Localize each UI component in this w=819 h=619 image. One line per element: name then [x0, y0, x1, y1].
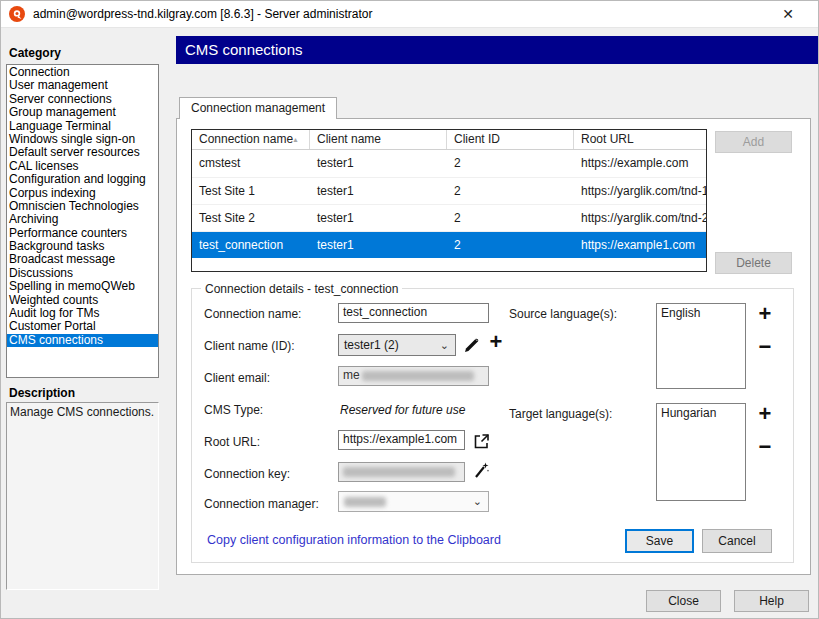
table-row-selected[interactable]: test_connection tester1 2 https://exampl…: [192, 231, 706, 258]
tab-connection-management[interactable]: Connection management: [179, 97, 337, 119]
redacted-manager-text: [344, 497, 386, 507]
memoq-logo-icon: [9, 6, 25, 22]
client-email-visible-text: me: [343, 368, 360, 382]
connection-name-label: Connection name:: [204, 307, 301, 321]
column-header-client-name[interactable]: Client name: [310, 130, 447, 149]
sidebar-item-group-management[interactable]: Group management: [7, 106, 158, 119]
sidebar-item-corpus-indexing[interactable]: Corpus indexing: [7, 187, 158, 200]
chevron-down-icon: ⌄: [473, 495, 488, 508]
sidebar-item-archiving[interactable]: Archiving: [7, 213, 158, 226]
sidebar-item-customer-portal[interactable]: Customer Portal: [7, 320, 158, 333]
copy-client-configuration-link[interactable]: Copy client configuration information to…: [207, 533, 501, 547]
source-languages-label: Source language(s):: [509, 307, 617, 321]
root-url-label: Root URL:: [204, 435, 260, 449]
client-name-selected-value: tester1 (2): [344, 338, 399, 352]
cell-root-url: https://example.com: [574, 150, 706, 177]
sidebar-item-discussions[interactable]: Discussions: [7, 267, 158, 280]
cell-connection-name: Test Site 1: [192, 178, 310, 204]
server-administrator-window: admin@wordpress-tnd.kilgray.com [8.6.3] …: [0, 0, 819, 619]
cms-type-value: Reserved for future use: [340, 403, 465, 417]
target-language-item[interactable]: Hungarian: [657, 404, 745, 422]
sort-ascending-icon: ▲: [292, 136, 299, 143]
client-email-label: Client email:: [204, 371, 270, 385]
pencil-icon: [463, 336, 481, 354]
help-button[interactable]: Help: [734, 590, 809, 612]
sidebar-item-cms-connections[interactable]: CMS connections: [7, 334, 158, 347]
sidebar-item-language-terminal[interactable]: Language Terminal: [7, 120, 158, 133]
window-title: admin@wordpress-tnd.kilgray.com [8.6.3] …: [33, 7, 372, 21]
cms-type-label: CMS Type:: [204, 403, 263, 417]
title-bar: admin@wordpress-tnd.kilgray.com [8.6.3] …: [1, 1, 819, 28]
chevron-down-icon: ⌄: [440, 339, 455, 352]
client-email-input: me: [338, 366, 489, 386]
remove-source-language-button minus-icon[interactable]: −: [754, 337, 776, 357]
sidebar-item-performance-counters[interactable]: Performance counters: [7, 227, 158, 240]
remove-target-language-button minus-icon[interactable]: −: [754, 437, 776, 457]
close-button[interactable]: Close: [646, 590, 721, 612]
client-name-label: Client name (ID):: [204, 339, 295, 353]
edit-client-button[interactable]: [462, 335, 482, 355]
connection-manager-select[interactable]: ⌄: [338, 491, 489, 512]
cell-root-url: https://yarglik.com/tnd-2: [574, 205, 706, 231]
description-heading: Description: [9, 386, 75, 400]
cell-client-id: 2: [447, 232, 574, 258]
external-link-icon: [473, 433, 490, 450]
connection-key-input: [338, 462, 465, 482]
delete-button[interactable]: Delete: [715, 252, 792, 274]
cell-client-name: tester1: [310, 150, 447, 177]
table-header-row: Connection name ▲ Client name Client ID …: [192, 130, 706, 150]
cell-client-name: tester1: [310, 232, 447, 258]
cell-client-id: 2: [447, 178, 574, 204]
sidebar-item-audit-log-for-tms[interactable]: Audit log for TMs: [7, 307, 158, 320]
window-close-button[interactable]: ✕: [774, 4, 802, 24]
sidebar-item-windows-single-sign-on[interactable]: Windows single sign-on: [7, 133, 158, 146]
column-header-client-id[interactable]: Client ID: [447, 130, 574, 149]
add-client-button plus-icon[interactable]: +: [485, 332, 507, 352]
cell-client-name: tester1: [310, 178, 447, 204]
connection-key-label: Connection key:: [204, 467, 290, 481]
table-row[interactable]: Test Site 1 tester1 2 https://yarglik.co…: [192, 177, 706, 204]
sidebar-item-spelling-in-memoqweb[interactable]: Spelling in memoQWeb: [7, 280, 158, 293]
cancel-button[interactable]: Cancel: [702, 529, 772, 553]
add-source-language-button plus-icon[interactable]: +: [754, 304, 776, 324]
add-target-language-button plus-icon[interactable]: +: [754, 404, 776, 424]
sidebar-item-background-tasks[interactable]: Background tasks: [7, 240, 158, 253]
sidebar-item-configuration-and-logging[interactable]: Configuration and logging: [7, 173, 158, 186]
cell-root-url: https://yarglik.com/tnd-1: [574, 178, 706, 204]
sidebar-item-default-server-resources[interactable]: Default server resources: [7, 146, 158, 159]
client-name-select[interactable]: tester1 (2) ⌄: [338, 334, 456, 356]
target-languages-list: Hungarian: [656, 403, 746, 501]
save-button[interactable]: Save: [625, 529, 694, 553]
sidebar-item-broadcast-message[interactable]: Broadcast message: [7, 253, 158, 266]
category-heading: Category: [9, 46, 61, 60]
redacted-email-text: [362, 371, 474, 381]
column-header-connection-name[interactable]: Connection name ▲: [192, 130, 310, 149]
sidebar-item-cal-licenses[interactable]: CAL licenses: [7, 160, 158, 173]
generate-key-button[interactable]: [471, 460, 491, 480]
sidebar-item-omniscien-technologies[interactable]: Omniscien Technologies: [7, 200, 158, 213]
sidebar-item-user-management[interactable]: User management: [7, 79, 158, 92]
cell-connection-name: Test Site 2: [192, 205, 310, 231]
page-title: CMS connections: [176, 36, 819, 64]
table-row[interactable]: Test Site 2 tester1 2 https://yarglik.co…: [192, 204, 706, 231]
cell-client-id: 2: [447, 205, 574, 231]
cell-connection-name: cmstest: [192, 150, 310, 177]
column-header-root-url[interactable]: Root URL: [574, 130, 706, 149]
redacted-key-text: [343, 467, 455, 477]
sidebar-item-connection[interactable]: Connection: [7, 66, 158, 79]
source-language-item[interactable]: English: [657, 304, 745, 322]
open-url-button[interactable]: [471, 431, 491, 451]
description-box: Manage CMS connections.: [6, 402, 159, 590]
table-row[interactable]: cmstest tester1 2 https://example.com: [192, 150, 706, 177]
cell-connection-name: test_connection: [192, 232, 310, 258]
sidebar-item-weighted-counts[interactable]: Weighted counts: [7, 294, 158, 307]
connection-details-group-title: Connection details - test_connection: [201, 282, 402, 296]
add-button[interactable]: Add: [715, 131, 792, 153]
root-url-input[interactable]: https://example1.com: [338, 430, 465, 450]
cell-client-id: 2: [447, 150, 574, 177]
category-list: Connection User management Server connec…: [6, 64, 159, 378]
sidebar-item-server-connections[interactable]: Server connections: [7, 93, 158, 106]
source-languages-list: English: [656, 303, 746, 389]
cell-client-name: tester1: [310, 205, 447, 231]
connection-name-input[interactable]: test_connection: [338, 303, 489, 323]
